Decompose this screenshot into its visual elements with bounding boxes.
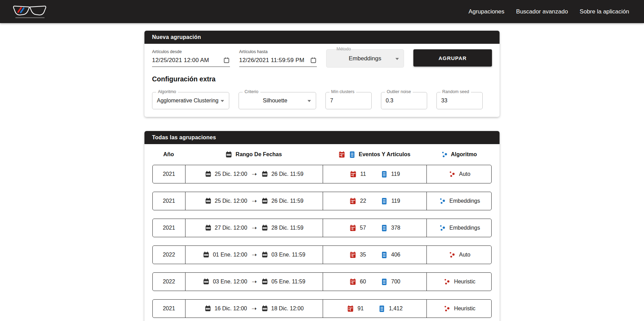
main-nav: Agrupaciones Buscador avanzado Sobre la … xyxy=(469,8,629,15)
chevron-down-icon xyxy=(308,100,311,102)
calendar-icon xyxy=(205,198,212,204)
date-range-cell: 25 Dic. 12:00 ➝ 26 Dic. 11:59 xyxy=(185,192,323,210)
year-cell: 2021 xyxy=(153,219,185,237)
nav-agrupaciones[interactable]: Agrupaciones xyxy=(469,8,504,15)
events-calendar-icon xyxy=(347,305,354,312)
date-range-cell: 27 Dic. 12:00 ➝ 28 Dic. 11:59 xyxy=(185,219,323,237)
random-seed-label: Random seed xyxy=(441,89,471,94)
articles-from-group: Artículos desde 12/25/2021 12:00 AM xyxy=(152,49,230,67)
year-cell: 2021 xyxy=(153,165,185,183)
calendar-icon xyxy=(203,251,210,258)
app-logo[interactable] xyxy=(13,4,46,20)
cluster-dots-icon xyxy=(449,171,455,178)
articles-from-input[interactable]: 12/25/2021 12:00 AM xyxy=(152,56,230,67)
events-articles-cell: 60 700 xyxy=(323,273,426,291)
col-year: Año xyxy=(152,149,185,160)
articles-to-input[interactable]: 12/26/2021 11:59:59 PM xyxy=(239,56,317,67)
grouping-row[interactable]: 2022 03 Ene. 12:00 ➝ 05 Ene. 11:59 60 70… xyxy=(152,272,492,291)
articles-document-icon xyxy=(381,278,388,285)
events-articles-cell: 22 119 xyxy=(323,192,426,210)
events-articles-cell: 91 1,412 xyxy=(323,300,426,318)
cluster-dots-icon xyxy=(439,198,446,204)
min-clusters-field[interactable]: Mín clusters 7 xyxy=(325,92,372,109)
col-algorithm: Algoritmo xyxy=(426,149,492,160)
min-clusters-value: 7 xyxy=(326,92,371,109)
calendar-icon xyxy=(205,224,212,231)
app-bar: Agrupaciones Buscador avanzado Sobre la … xyxy=(0,0,644,23)
extra-config-title: Configuración extra xyxy=(152,75,492,83)
col-date-range: Rango De Fechas xyxy=(185,149,322,160)
grouping-row[interactable]: 2021 16 Dic. 12:00 ➝ 18 Dic. 12:00 91 1,… xyxy=(152,299,492,318)
grouping-row[interactable]: 2021 25 Dic. 12:00 ➝ 26 Dic. 11:59 22 11… xyxy=(152,192,492,210)
outlier-noise-label: Outlier noise xyxy=(385,89,413,94)
outlier-noise-value: 0.3 xyxy=(381,92,427,109)
grouping-row[interactable]: 2021 25 Dic. 12:00 ➝ 26 Dic. 11:59 11 11… xyxy=(152,165,492,183)
calendar-icon xyxy=(225,151,232,158)
cluster-dots-icon xyxy=(439,224,446,231)
criterio-label: Criterio xyxy=(243,89,260,94)
year-cell: 2021 xyxy=(153,300,185,318)
arrow-right-icon: ➝ xyxy=(251,305,256,312)
agrupar-button[interactable]: AGRUPAR xyxy=(413,49,492,67)
year-cell: 2022 xyxy=(153,273,185,291)
algoritmo-value: Agglomerative Clustering xyxy=(152,92,229,109)
grouping-row[interactable]: 2022 01 Ene. 12:00 ➝ 03 Ene. 11:59 35 40… xyxy=(152,245,492,264)
arrow-right-icon: ➝ xyxy=(252,251,257,259)
arrow-right-icon: ➝ xyxy=(252,170,257,178)
algoritmo-label: Algoritmo xyxy=(156,89,178,94)
events-calendar-icon xyxy=(349,224,356,232)
events-articles-cell: 11 119 xyxy=(323,165,426,183)
arrow-right-icon: ➝ xyxy=(252,278,257,285)
criterio-select[interactable]: Criterio Silhouette xyxy=(239,92,316,109)
articles-document-icon xyxy=(381,251,388,259)
articles-to-value: 12/26/2021 11:59:59 PM xyxy=(239,57,309,64)
algorithm-cell: Heuristic xyxy=(426,273,492,291)
articles-document-icon xyxy=(381,224,388,232)
articles-document-icon xyxy=(349,151,356,158)
date-range-cell: 25 Dic. 12:00 ➝ 26 Dic. 11:59 xyxy=(185,165,323,183)
algoritmo-select[interactable]: Algoritmo Agglomerative Clustering xyxy=(152,92,229,109)
table-header: Año Rango De Fechas Eventos Y Artículos … xyxy=(152,149,492,160)
events-calendar-icon xyxy=(349,251,356,259)
cluster-dots-icon xyxy=(443,305,450,312)
method-value: Embeddings xyxy=(326,50,404,67)
articles-document-icon xyxy=(381,198,388,205)
col-events-articles: Eventos Y Artículos xyxy=(322,149,426,160)
articles-to-label: Artículos hasta xyxy=(239,49,317,54)
algorithm-cell: Auto xyxy=(426,165,492,183)
criterio-value: Silhouette xyxy=(239,92,315,109)
random-seed-field[interactable]: Random seed 33 xyxy=(436,92,483,109)
calendar-icon xyxy=(204,305,211,312)
arrow-right-icon: ➝ xyxy=(252,224,257,232)
articles-document-icon xyxy=(381,171,388,178)
date-range-cell: 16 Dic. 12:00 ➝ 18 Dic. 12:00 xyxy=(185,300,323,318)
date-range-cell: 01 Ene. 12:00 ➝ 03 Ene. 11:59 xyxy=(185,246,323,264)
nav-sobre-la-aplicacion[interactable]: Sobre la aplicación xyxy=(580,8,629,15)
min-clusters-label: Mín clusters xyxy=(330,89,356,94)
random-seed-value: 33 xyxy=(437,92,482,109)
date-picker-icon[interactable] xyxy=(223,57,230,64)
arrow-right-icon: ➝ xyxy=(252,197,257,205)
events-calendar-icon xyxy=(338,151,345,158)
cluster-dots-icon xyxy=(441,151,448,158)
algorithm-cell: Heuristic xyxy=(426,300,492,318)
cluster-dots-icon xyxy=(443,278,450,285)
glasses-logo-icon xyxy=(13,4,46,20)
algorithm-cell: Embeddings xyxy=(426,192,492,210)
new-grouping-title: Nueva agrupación xyxy=(144,31,500,44)
method-select[interactable]: Método Embeddings xyxy=(326,49,404,68)
cluster-dots-icon xyxy=(449,251,455,258)
year-cell: 2022 xyxy=(153,246,185,264)
events-calendar-icon xyxy=(349,278,356,285)
calendar-icon xyxy=(205,171,212,178)
events-calendar-icon xyxy=(349,198,356,205)
year-cell: 2021 xyxy=(153,192,185,210)
outlier-noise-field[interactable]: Outlier noise 0.3 xyxy=(381,92,427,109)
date-picker-icon[interactable] xyxy=(310,57,317,64)
nav-buscador-avanzado[interactable]: Buscador avanzado xyxy=(516,8,568,15)
articles-document-icon xyxy=(378,305,385,312)
groupings-rows: 2021 25 Dic. 12:00 ➝ 26 Dic. 11:59 11 11… xyxy=(152,165,492,318)
grouping-row[interactable]: 2021 27 Dic. 12:00 ➝ 28 Dic. 11:59 57 37… xyxy=(152,219,492,237)
events-calendar-icon xyxy=(350,171,357,178)
articles-from-value: 12/25/2021 12:00 AM xyxy=(152,57,222,64)
